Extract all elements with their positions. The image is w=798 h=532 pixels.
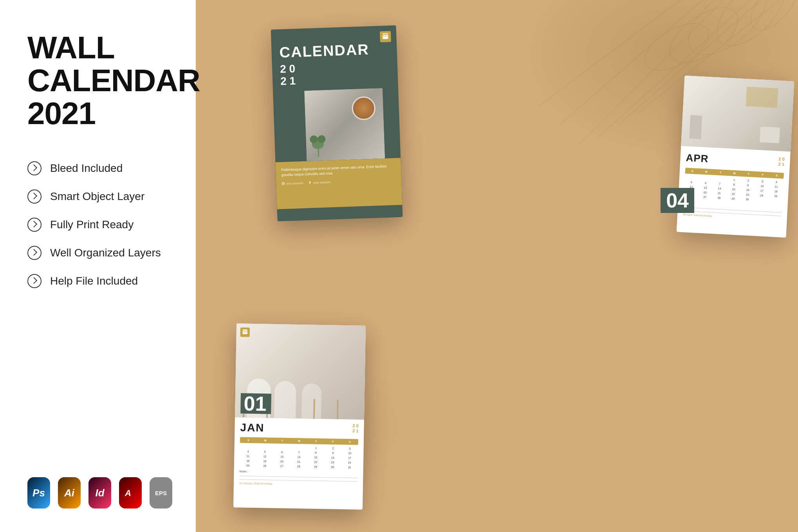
apr-day-27: 27 (698, 195, 712, 200)
facebook-handle: your account (313, 180, 330, 184)
circle-arrow-icon-5 (27, 274, 42, 288)
apr-day-9: 9 (741, 183, 755, 188)
apr-empty-end (755, 198, 769, 203)
apr-mini-calendar: S M T W T F S 1 2 3 (684, 168, 784, 203)
jan-day-4: 4 (240, 449, 256, 454)
jan-day-28: 28 (291, 464, 307, 469)
svg-point-18 (283, 183, 284, 184)
facebook-link: your account (309, 180, 330, 184)
card-main-calendar: CALENDAR 2 02 1 Pellentesque dignissim e… (271, 25, 403, 222)
apr-day-w: W (728, 171, 742, 175)
jan-day-3: 3 (341, 446, 358, 451)
feature-label-bleed: Bleed Included (50, 162, 123, 175)
apr-day-m: M (699, 170, 713, 173)
jan-day-21: 21 (291, 460, 307, 464)
apr-day-6: 6 (699, 180, 713, 186)
page-title: WALLCALENDAR2021 (27, 31, 172, 130)
jan-day-17: 17 (341, 456, 358, 460)
left-panel: WALLCALENDAR2021 Bleed Included Smart Ob… (0, 0, 196, 532)
illustrator-icon: Ai (58, 477, 81, 509)
jan-e3 (274, 445, 290, 450)
apr-day-s2: S (769, 174, 784, 177)
apr-day-11: 11 (769, 184, 784, 189)
jan-header-row: JAN 2 02 1 (240, 421, 359, 436)
svg-rect-21 (243, 330, 247, 334)
card-jan-photo: 01 (235, 323, 366, 420)
apr-month-label: APR (686, 151, 709, 165)
jan-day-13: 13 (274, 454, 290, 459)
jan-cal-header: S M T W T F S (240, 437, 358, 445)
jan-day-7: 7 (291, 450, 307, 455)
apr-day-21: 21 (712, 191, 726, 196)
apr-day-5: 5 (684, 180, 699, 185)
feature-print-ready: Fully Print Ready (27, 218, 172, 232)
card-jan-bottom: JAN 2 02 1 S M T W T F S (234, 417, 364, 491)
apr-day-20: 20 (698, 190, 712, 195)
apr-day-t2: T (742, 172, 756, 176)
circle-arrow-icon-4 (27, 246, 42, 260)
apr-day-22: 22 (726, 191, 740, 197)
jan-day-6: 6 (274, 450, 290, 454)
jan-day-14: 14 (291, 455, 307, 460)
jan-day-11: 11 (240, 454, 256, 458)
feature-bleed: Bleed Included (27, 161, 172, 175)
jan-day-27: 27 (273, 464, 290, 469)
jan-day-18: 18 (240, 458, 256, 463)
apr-day-3: 3 (755, 179, 769, 184)
jan-day-30: 30 (324, 465, 341, 469)
apr-day-23: 23 (740, 192, 755, 197)
jan-day-15: 15 (307, 455, 324, 460)
apr-day-10: 10 (755, 184, 769, 189)
jan-day-19: 19 (256, 459, 273, 463)
acrobat-icon: A (119, 477, 142, 509)
feature-label-organized: Well Organized Layers (50, 247, 161, 259)
jan-mini-calendar: S M T W T F S 1 2 (240, 437, 358, 469)
jan-day-2: 2 (325, 446, 341, 451)
apr-day-24: 24 (755, 193, 769, 198)
jan-day-f: F (325, 440, 341, 443)
jan-day-31: 31 (341, 465, 357, 470)
jan-day-s2: S (341, 440, 358, 444)
jan-e2 (257, 445, 273, 449)
card-title-calendar: CALENDAR (279, 40, 389, 61)
jan-day-29: 29 (307, 464, 324, 469)
apr-day-17: 17 (755, 188, 769, 193)
jan-day-26: 26 (256, 463, 273, 468)
jan-year-label: 2 02 1 (352, 423, 359, 434)
jan-day-8: 8 (307, 450, 324, 455)
apr-empty-2 (699, 176, 713, 181)
jan-day-10: 10 (341, 451, 358, 456)
apr-year-label: 2 02 1 (778, 157, 785, 167)
circle-arrow-icon (27, 161, 42, 175)
apr-day-18: 18 (769, 189, 783, 194)
svg-rect-23 (245, 332, 246, 332)
svg-rect-22 (244, 331, 244, 332)
card-jan-calendar: 01 JAN 2 02 1 S M T W T F S (233, 323, 366, 510)
svg-rect-12 (383, 33, 388, 34)
card-body-text: Pellentesque dignissim enim sit amet ven… (281, 163, 396, 178)
apr-day-t1: T (713, 171, 728, 174)
card-main-header: CALENDAR 2 02 1 (271, 25, 398, 88)
svg-rect-16 (386, 36, 387, 36)
jan-day-20: 20 (273, 459, 290, 464)
card-jan-number: 01 (240, 393, 271, 414)
apr-day-15: 15 (727, 187, 741, 192)
svg-rect-13 (383, 35, 388, 39)
jan-day-22: 22 (307, 460, 324, 464)
apr-day-f: F (756, 173, 770, 177)
card-apr-bottom: APR 2 02 1 S M T W T F S (677, 146, 790, 225)
apr-number-overlay: 04 (661, 188, 694, 213)
jan-day-t2: T (307, 440, 324, 443)
jan-day-5: 5 (257, 449, 273, 454)
jan-day-s1: S (240, 438, 257, 442)
software-icons-row: Ps Ai Id A EPS (27, 477, 172, 509)
apr-day-2: 2 (741, 178, 755, 183)
feature-label-print: Fully Print Ready (50, 218, 134, 231)
jan-day-t1: T (274, 439, 291, 442)
apr-day-16: 16 (741, 188, 755, 193)
card-apr-calendar: APR 2 02 1 S M T W T F S (677, 76, 794, 238)
jan-day-16: 16 (325, 455, 341, 460)
feature-label-smart: Smart Object Layer (50, 190, 144, 203)
jan-e1 (240, 444, 256, 449)
jan-notes-section: Notes : 1st January: National Holiday (239, 470, 358, 486)
